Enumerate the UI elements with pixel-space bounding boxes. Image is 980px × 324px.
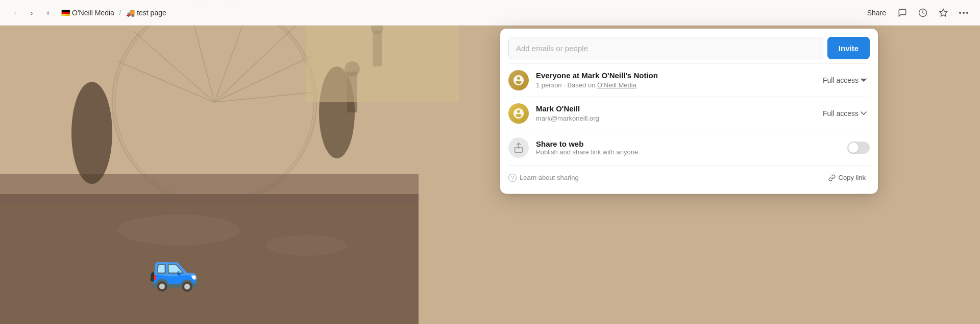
car-emoji: 🚙 xyxy=(148,245,199,293)
favorite-button[interactable] xyxy=(935,5,951,21)
mark-info: Mark O'Neill mark@markoneill.org xyxy=(536,104,820,123)
learn-sharing-link[interactable]: ? Learn about sharing xyxy=(508,174,579,182)
nav-buttons: ‹ › + xyxy=(8,6,55,20)
workspace-breadcrumb[interactable]: 🇩🇪 O'Neill Media xyxy=(59,8,116,18)
svg-point-17 xyxy=(345,61,360,77)
breadcrumb: 🇩🇪 O'Neill Media / 🚚 test page xyxy=(59,8,168,18)
learn-sharing-label: Learn about sharing xyxy=(520,174,579,181)
more-button[interactable] xyxy=(955,5,972,21)
toggle-knob xyxy=(848,143,859,153)
breadcrumb-separator: / xyxy=(119,9,121,16)
invite-row: Invite xyxy=(508,37,870,59)
workspace-name-label: Everyone at Mark O'Neill's Notion xyxy=(536,71,820,81)
svg-line-3 xyxy=(117,61,214,102)
svg-point-25 xyxy=(966,12,968,14)
share-web-toggle[interactable] xyxy=(847,142,870,154)
svg-line-8 xyxy=(214,56,311,102)
svg-point-12 xyxy=(71,82,112,184)
new-page-button[interactable]: + xyxy=(41,6,55,20)
back-button[interactable]: ‹ xyxy=(8,6,22,20)
share-web-info: Share to web Publish and share link with… xyxy=(536,140,847,156)
page-emoji: 🚚 xyxy=(126,9,135,17)
copy-link-icon xyxy=(828,174,836,181)
topbar: ‹ › + 🇩🇪 O'Neill Media / 🚚 test page Sha… xyxy=(0,0,980,26)
svg-rect-10 xyxy=(0,194,419,324)
workspace-user-row: Everyone at Mark O'Neill's Notion 1 pers… xyxy=(508,63,870,97)
svg-rect-18 xyxy=(373,31,382,66)
svg-marker-22 xyxy=(940,9,947,16)
copy-link-button[interactable]: Copy link xyxy=(824,172,870,183)
mark-user-row: Mark O'Neill mark@markoneill.org Full ac… xyxy=(508,97,870,130)
forward-button[interactable]: › xyxy=(24,6,39,20)
mark-email: mark@markoneill.org xyxy=(536,114,820,123)
share-web-title: Share to web xyxy=(536,140,847,148)
share-to-web-row: Share to web Publish and share link with… xyxy=(508,130,870,165)
workspace-access-dropdown[interactable]: Full access xyxy=(820,74,870,86)
workspace-info: Everyone at Mark O'Neill's Notion 1 pers… xyxy=(536,71,820,90)
workspace-link[interactable]: O'Neill Media xyxy=(597,81,636,89)
share-panel: Invite Everyone at Mark O'Neill's Notion… xyxy=(500,29,878,194)
svg-rect-16 xyxy=(347,72,357,112)
workspace-sub: 1 person · Based on O'Neill Media xyxy=(536,81,820,90)
history-button[interactable] xyxy=(915,5,931,21)
page-breadcrumb[interactable]: 🚚 test page xyxy=(124,8,168,18)
help-icon: ? xyxy=(508,174,517,182)
mark-access-dropdown[interactable]: Full access xyxy=(820,107,870,120)
topbar-actions: Share xyxy=(863,5,972,21)
share-button[interactable]: Share xyxy=(863,7,890,19)
svg-line-4 xyxy=(133,31,214,102)
svg-point-2 xyxy=(115,3,314,202)
svg-line-9 xyxy=(214,92,316,102)
svg-point-14 xyxy=(117,215,240,245)
workspace-emoji: 🇩🇪 xyxy=(61,9,70,17)
svg-point-15 xyxy=(265,235,347,256)
svg-point-23 xyxy=(959,12,961,14)
comment-button[interactable] xyxy=(894,5,911,21)
svg-line-7 xyxy=(214,26,296,102)
share-footer: ? Learn about sharing Copy link xyxy=(508,165,870,186)
page-name: test page xyxy=(137,9,166,17)
workspace-avatar xyxy=(508,70,529,90)
svg-rect-11 xyxy=(0,174,419,204)
svg-point-13 xyxy=(319,66,355,158)
invite-button[interactable]: Invite xyxy=(827,37,870,59)
copy-link-label: Copy link xyxy=(839,174,866,181)
mark-avatar xyxy=(508,103,529,124)
svg-point-1 xyxy=(112,0,316,204)
workspace-name: O'Neill Media xyxy=(72,9,114,17)
share-web-icon xyxy=(508,137,529,158)
add-people-input[interactable] xyxy=(508,37,823,59)
mark-name-label: Mark O'Neill xyxy=(536,104,820,114)
share-web-subtitle: Publish and share link with anyone xyxy=(536,148,847,156)
svg-point-24 xyxy=(963,12,965,14)
